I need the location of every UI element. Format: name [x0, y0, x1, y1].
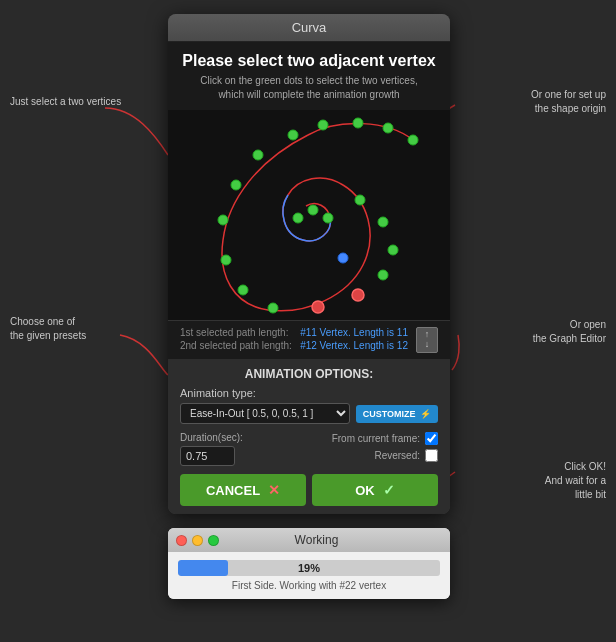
svg-point-13	[352, 289, 364, 301]
ok-button[interactable]: OK ✓	[312, 474, 438, 506]
working-dialog: Working 19% First Side. Working with #22…	[168, 528, 450, 599]
traffic-light-red[interactable]	[176, 535, 187, 546]
svg-point-17	[355, 195, 365, 205]
from-current-checkbox[interactable]	[425, 432, 438, 445]
customize-label: CUSTOMIZE	[363, 409, 416, 419]
working-status: First Side. Working with #22 vertex	[178, 580, 440, 591]
duration-label: Duration(sec):	[180, 432, 243, 443]
cancel-label: CANCEL	[206, 483, 260, 498]
svg-point-19	[323, 213, 333, 223]
working-title: Working	[224, 533, 409, 547]
checkboxes-group: From current frame: Reversed:	[332, 432, 438, 466]
path1-label: 1st selected path length:	[180, 327, 288, 338]
from-current-row: From current frame:	[332, 432, 438, 445]
anim-type-label: Animation type:	[180, 387, 438, 399]
anim-options-title: ANIMATION OPTIONS:	[180, 367, 438, 381]
svg-rect-0	[168, 110, 450, 320]
reversed-row: Reversed:	[374, 449, 438, 462]
reversed-label: Reversed:	[374, 450, 420, 461]
cancel-icon: ✕	[268, 482, 280, 498]
working-titlebar: Working	[168, 528, 450, 552]
dialog-title: Please select two adjacent vertex	[180, 52, 438, 70]
annotation-middle-left: Choose one ofthe given presets	[10, 315, 86, 343]
buttons-row: CANCEL ✕ OK ✓	[180, 474, 438, 506]
svg-point-8	[218, 215, 228, 225]
main-dialog: Curva Please select two adjacent vertex …	[168, 14, 450, 514]
anim-options: ANIMATION OPTIONS: Animation type: Ease-…	[168, 359, 450, 514]
annotation-top-right: Or one for set upthe shape origin	[531, 88, 606, 116]
svg-point-4	[318, 120, 328, 130]
svg-point-20	[308, 205, 318, 215]
traffic-light-green[interactable]	[208, 535, 219, 546]
reversed-checkbox[interactable]	[425, 449, 438, 462]
svg-point-10	[238, 285, 248, 295]
progress-bar-container: 19%	[178, 560, 440, 576]
svg-point-16	[378, 217, 388, 227]
svg-point-11	[268, 303, 278, 313]
svg-point-9	[221, 255, 231, 265]
svg-point-5	[288, 130, 298, 140]
annotation-top-left: Just select a two vertices	[10, 95, 121, 109]
svg-point-2	[383, 123, 393, 133]
svg-point-18	[338, 253, 348, 263]
anim-type-row: Ease-In-Out [ 0.5, 0, 0.5, 1 ] CUSTOMIZE…	[180, 403, 438, 424]
ok-icon: ✓	[383, 482, 395, 498]
svg-point-1	[408, 135, 418, 145]
path1-value: #11 Vertex. Length is 11	[300, 327, 408, 338]
svg-point-3	[353, 118, 363, 128]
duration-group: Duration(sec):	[180, 432, 243, 466]
from-current-label: From current frame:	[332, 433, 420, 444]
svg-point-15	[388, 245, 398, 255]
path-info: 1st selected path length: #11 Vertex. Le…	[168, 320, 450, 359]
params-row: Duration(sec): From current frame: Rever…	[180, 432, 438, 466]
window-title: Curva	[292, 20, 327, 35]
svg-point-6	[253, 150, 263, 160]
ok-label: OK	[355, 483, 375, 498]
traffic-light-yellow[interactable]	[192, 535, 203, 546]
dialog-header: Please select two adjacent vertex Click …	[168, 42, 450, 110]
duration-input[interactable]	[180, 446, 235, 466]
svg-point-12	[312, 301, 324, 313]
canvas-area[interactable]	[168, 110, 450, 320]
annotation-bottom-right: Click OK!And wait for alittle bit	[545, 460, 606, 502]
customize-button[interactable]: CUSTOMIZE ⚡	[356, 405, 438, 423]
svg-point-14	[378, 270, 388, 280]
dialog-subtitle: Click on the green dots to select the tw…	[180, 74, 438, 102]
title-bar: Curva	[168, 14, 450, 42]
working-body: 19% First Side. Working with #22 vertex	[168, 552, 450, 599]
anim-type-select[interactable]: Ease-In-Out [ 0.5, 0, 0.5, 1 ]	[180, 403, 350, 424]
flip-button[interactable]: ↑↓	[416, 327, 438, 353]
svg-point-7	[231, 180, 241, 190]
customize-icon: ⚡	[420, 409, 431, 419]
progress-bar-fill	[178, 560, 228, 576]
progress-label: 19%	[298, 562, 320, 574]
path2-label: 2nd selected path length:	[180, 340, 292, 351]
path2-value: #12 Vertex. Length is 12	[300, 340, 408, 351]
annotation-middle-right: Or openthe Graph Editor	[533, 318, 606, 346]
cancel-button[interactable]: CANCEL ✕	[180, 474, 306, 506]
svg-point-21	[293, 213, 303, 223]
